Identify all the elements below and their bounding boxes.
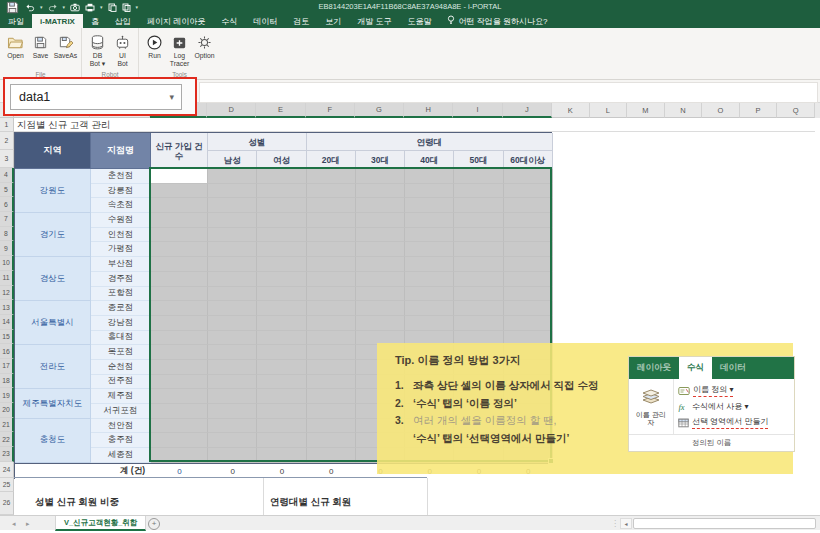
data-cell[interactable] — [151, 242, 208, 257]
branch-cell[interactable]: 속초점 — [91, 198, 151, 213]
data-cell[interactable] — [307, 331, 356, 346]
data-cell[interactable] — [257, 433, 306, 448]
data-cell[interactable] — [208, 375, 257, 390]
sheet-tab[interactable]: V_신규고객현황_취합 — [55, 516, 146, 531]
branch-cell[interactable]: 포항점 — [91, 287, 151, 302]
data-cell[interactable] — [151, 419, 208, 434]
branch-cell[interactable]: 천안점 — [91, 419, 151, 434]
ribbon-tab-tab-3[interactable]: 삽입 — [107, 14, 139, 28]
col-header-J[interactable]: J — [503, 103, 552, 118]
data-cell[interactable] — [257, 228, 306, 243]
branch-cell[interactable]: 강남점 — [91, 316, 151, 331]
sheet-title-cell[interactable]: 지점별 신규 고객 관리 — [17, 118, 110, 132]
data-cell[interactable] — [257, 448, 306, 463]
col-header-N[interactable]: N — [665, 103, 703, 118]
data-cell[interactable] — [151, 345, 208, 360]
branch-cell[interactable]: 춘천점 — [91, 169, 151, 184]
branch-cell[interactable]: 서귀포점 — [91, 404, 151, 419]
header-age-group[interactable]: 연령대 — [307, 133, 553, 151]
branch-cell[interactable]: 경주점 — [91, 272, 151, 287]
data-cell[interactable] — [208, 213, 257, 228]
ribbon-tab-tab-0[interactable]: 파일 — [0, 14, 32, 28]
data-cell[interactable] — [356, 272, 405, 287]
row-header-17[interactable]: 17 — [0, 359, 14, 374]
header-age-0[interactable]: 20대 — [307, 151, 356, 169]
row-header-14[interactable]: 14 — [0, 315, 14, 330]
data-cell[interactable] — [504, 272, 553, 287]
data-cell[interactable] — [307, 433, 356, 448]
header-age-2[interactable]: 40대 — [405, 151, 454, 169]
branch-cell[interactable]: 인천점 — [91, 228, 151, 243]
ribbon-tab-tab-9[interactable]: 개발 도구 — [349, 14, 399, 28]
data-cell[interactable] — [257, 419, 306, 434]
data-cell[interactable] — [151, 433, 208, 448]
ui-button[interactable]: UIBot — [110, 30, 135, 67]
data-cell[interactable] — [454, 272, 503, 287]
region-cell[interactable]: 충청도 — [15, 419, 91, 463]
data-cell[interactable] — [307, 257, 356, 272]
data-cell[interactable] — [307, 213, 356, 228]
data-cell[interactable] — [257, 316, 306, 331]
data-cell[interactable] — [257, 389, 306, 404]
data-cell[interactable] — [208, 169, 257, 184]
branch-cell[interactable]: 세종점 — [91, 448, 151, 463]
row-header-25[interactable]: 25 — [0, 478, 14, 492]
dropdown-caret-icon[interactable]: ▾ — [169, 92, 181, 102]
data-cell[interactable] — [307, 272, 356, 287]
ribbon-tab-tab-8[interactable]: 보기 — [317, 14, 349, 28]
data-cell[interactable] — [504, 213, 553, 228]
data-cell[interactable] — [208, 419, 257, 434]
ribbon-tab-tab-10[interactable]: 도움말 — [399, 14, 439, 28]
data-cell[interactable] — [454, 316, 503, 331]
data-cell[interactable] — [307, 360, 356, 375]
data-cell[interactable] — [356, 184, 405, 199]
data-cell[interactable] — [356, 301, 405, 316]
data-cell[interactable] — [257, 184, 306, 199]
data-cell[interactable] — [307, 184, 356, 199]
data-cell[interactable] — [307, 301, 356, 316]
row-header-6[interactable]: 6 — [0, 197, 14, 212]
new-sheet-button[interactable]: + — [148, 518, 160, 530]
log-button[interactable]: LogTracer — [167, 30, 192, 67]
data-cell[interactable] — [208, 184, 257, 199]
row-header-2[interactable]: 2 — [0, 132, 14, 150]
branch-cell[interactable]: 홍대점 — [91, 331, 151, 346]
data-cell[interactable] — [504, 242, 553, 257]
region-cell[interactable]: 강원도 — [15, 169, 91, 213]
data-cell[interactable] — [257, 301, 306, 316]
header-age-3[interactable]: 50대 — [454, 151, 503, 169]
col-header-D[interactable]: D — [207, 103, 256, 118]
ribbon-tab-tab-7[interactable]: 검토 — [285, 14, 317, 28]
branch-cell[interactable]: 부산점 — [91, 257, 151, 272]
data-cell[interactable] — [405, 287, 454, 302]
region-cell[interactable]: 서울특별시 — [15, 301, 91, 345]
data-cell[interactable] — [504, 228, 553, 243]
data-cell[interactable] — [151, 448, 208, 463]
data-cell[interactable] — [257, 272, 306, 287]
data-cell[interactable] — [208, 433, 257, 448]
data-cell[interactable] — [208, 301, 257, 316]
row-header-9[interactable]: 9 — [0, 241, 14, 256]
data-cell[interactable] — [257, 375, 306, 390]
col-header-M[interactable]: M — [627, 103, 665, 118]
data-cell[interactable] — [208, 257, 257, 272]
hscroll-thumb[interactable] — [633, 518, 816, 529]
data-cell[interactable] — [257, 360, 306, 375]
ribbon-tab-tab-5[interactable]: 수식 — [213, 14, 245, 28]
row-header-20[interactable]: 20 — [0, 403, 14, 418]
row-header-22[interactable]: 22 — [0, 432, 14, 447]
data-cell[interactable] — [454, 228, 503, 243]
data-cell[interactable] — [405, 316, 454, 331]
data-cell[interactable] — [405, 228, 454, 243]
region-cell[interactable]: 제주특별자치도 — [15, 389, 91, 418]
col-header-G[interactable]: G — [355, 103, 404, 118]
data-cell[interactable] — [208, 448, 257, 463]
data-cell[interactable] — [356, 198, 405, 213]
row-header-4[interactable]: 4 — [0, 168, 14, 183]
data-cell[interactable] — [405, 169, 454, 184]
row-header-23[interactable]: 23 — [0, 447, 14, 462]
data-cell[interactable] — [208, 316, 257, 331]
region-cell[interactable]: 경기도 — [15, 213, 91, 257]
data-cell[interactable] — [208, 287, 257, 302]
data-cell[interactable] — [151, 184, 208, 199]
